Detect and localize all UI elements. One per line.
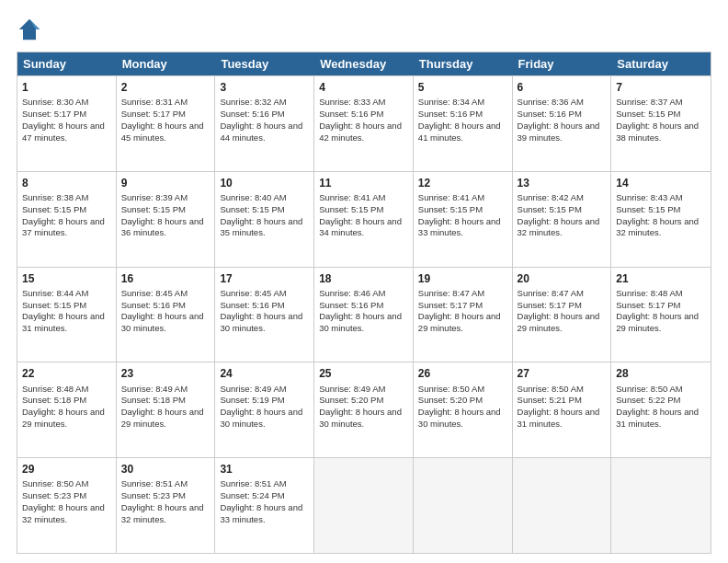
calendar-cell: 12Sunrise: 8:41 AMSunset: 5:15 PMDayligh… [414, 172, 513, 267]
daylight-text: Daylight: 8 hours and 41 minutes. [418, 121, 501, 143]
calendar-cell: 3Sunrise: 8:32 AMSunset: 5:16 PMDaylight… [215, 76, 314, 171]
daylight-text: Daylight: 8 hours and 32 minutes. [518, 216, 600, 238]
daylight-text: Daylight: 8 hours and 32 minutes. [121, 502, 204, 524]
calendar-cell: 19Sunrise: 8:47 AMSunset: 5:17 PMDayligh… [414, 268, 513, 362]
sunrise-text: Sunrise: 8:31 AM [121, 97, 188, 107]
sunset-text: Sunset: 5:21 PM [518, 395, 582, 405]
calendar-cell: 10Sunrise: 8:40 AMSunset: 5:15 PMDayligh… [215, 172, 314, 267]
day-number: 5 [418, 80, 507, 95]
daylight-text: Daylight: 8 hours and 44 minutes. [220, 121, 302, 143]
calendar-cell: 2Sunrise: 8:31 AMSunset: 5:17 PMDaylight… [117, 76, 216, 171]
logo-icon [17, 17, 42, 42]
calendar-cell: 17Sunrise: 8:45 AMSunset: 5:16 PMDayligh… [215, 268, 314, 362]
calendar-row: 8Sunrise: 8:38 AMSunset: 5:15 PMDaylight… [17, 171, 711, 267]
daylight-text: Daylight: 8 hours and 29 minutes. [22, 407, 105, 429]
calendar-cell [414, 458, 513, 553]
sunrise-text: Sunrise: 8:30 AM [22, 97, 88, 107]
daylight-text: Daylight: 8 hours and 29 minutes. [121, 407, 204, 429]
sunrise-text: Sunrise: 8:45 AM [220, 288, 286, 298]
calendar-cell: 23Sunrise: 8:49 AMSunset: 5:18 PMDayligh… [117, 362, 216, 457]
calendar-cell: 6Sunrise: 8:36 AMSunset: 5:16 PMDaylight… [513, 76, 612, 171]
calendar-header: SundayMondayTuesdayWednesdayThursdayFrid… [17, 52, 711, 75]
calendar-cell: 30Sunrise: 8:51 AMSunset: 5:23 PMDayligh… [117, 458, 216, 553]
calendar-body: 1Sunrise: 8:30 AMSunset: 5:17 PMDaylight… [17, 75, 711, 553]
sunrise-text: Sunrise: 8:50 AM [518, 384, 584, 394]
daylight-text: Daylight: 8 hours and 30 minutes. [220, 311, 302, 333]
day-number: 10 [220, 176, 309, 190]
calendar-cell: 24Sunrise: 8:49 AMSunset: 5:19 PMDayligh… [215, 362, 314, 457]
day-number: 6 [518, 80, 607, 95]
day-number: 25 [319, 366, 408, 381]
sunset-text: Sunset: 5:23 PM [22, 490, 86, 500]
daylight-text: Daylight: 8 hours and 30 minutes. [121, 311, 204, 333]
sunrise-text: Sunrise: 8:49 AM [220, 384, 286, 394]
sunrise-text: Sunrise: 8:32 AM [220, 97, 286, 107]
day-number: 4 [319, 80, 408, 95]
sunrise-text: Sunrise: 8:50 AM [418, 384, 484, 394]
sunset-text: Sunset: 5:15 PM [616, 109, 680, 119]
sunset-text: Sunset: 5:15 PM [518, 204, 582, 214]
daylight-text: Daylight: 8 hours and 30 minutes. [418, 407, 501, 429]
sunrise-text: Sunrise: 8:39 AM [121, 192, 188, 202]
day-number: 18 [319, 271, 408, 286]
calendar-cell: 1Sunrise: 8:30 AMSunset: 5:17 PMDaylight… [17, 76, 117, 171]
day-number: 16 [121, 271, 210, 286]
calendar-cell: 25Sunrise: 8:49 AMSunset: 5:20 PMDayligh… [314, 362, 414, 457]
sunset-text: Sunset: 5:16 PM [220, 300, 284, 310]
sunrise-text: Sunrise: 8:43 AM [616, 192, 682, 202]
daylight-text: Daylight: 8 hours and 29 minutes. [418, 311, 501, 333]
calendar-row: 22Sunrise: 8:48 AMSunset: 5:18 PMDayligh… [17, 362, 711, 457]
daylight-text: Daylight: 8 hours and 30 minutes. [319, 311, 402, 333]
day-number: 23 [121, 366, 210, 381]
daylight-text: Daylight: 8 hours and 39 minutes. [518, 121, 600, 143]
daylight-text: Daylight: 8 hours and 42 minutes. [319, 121, 402, 143]
calendar-cell: 15Sunrise: 8:44 AMSunset: 5:15 PMDayligh… [17, 268, 117, 362]
sunrise-text: Sunrise: 8:37 AM [616, 97, 682, 107]
day-number: 21 [616, 271, 706, 286]
calendar-cell: 18Sunrise: 8:46 AMSunset: 5:16 PMDayligh… [314, 268, 414, 362]
day-number: 22 [22, 366, 111, 381]
daylight-text: Daylight: 8 hours and 29 minutes. [518, 311, 600, 333]
daylight-text: Daylight: 8 hours and 47 minutes. [22, 121, 105, 143]
sunrise-text: Sunrise: 8:40 AM [220, 192, 286, 202]
calendar-cell: 9Sunrise: 8:39 AMSunset: 5:15 PMDaylight… [117, 172, 216, 267]
sunset-text: Sunset: 5:15 PM [616, 204, 680, 214]
daylight-text: Daylight: 8 hours and 45 minutes. [121, 121, 204, 143]
sunset-text: Sunset: 5:16 PM [518, 109, 582, 119]
sunrise-text: Sunrise: 8:51 AM [220, 478, 286, 488]
day-number: 20 [518, 271, 607, 286]
sunset-text: Sunset: 5:15 PM [319, 204, 383, 214]
calendar-cell: 5Sunrise: 8:34 AMSunset: 5:16 PMDaylight… [414, 76, 513, 171]
sunset-text: Sunset: 5:15 PM [22, 300, 86, 310]
day-number: 17 [220, 271, 309, 286]
calendar-cell: 26Sunrise: 8:50 AMSunset: 5:20 PMDayligh… [414, 362, 513, 457]
sunset-text: Sunset: 5:19 PM [220, 395, 284, 405]
day-number: 2 [121, 80, 210, 95]
calendar-cell [611, 458, 711, 553]
day-number: 3 [220, 80, 309, 95]
calendar-row: 15Sunrise: 8:44 AMSunset: 5:15 PMDayligh… [17, 267, 711, 362]
calendar-cell: 14Sunrise: 8:43 AMSunset: 5:15 PMDayligh… [611, 172, 711, 267]
day-number: 12 [418, 176, 507, 190]
daylight-text: Daylight: 8 hours and 31 minutes. [22, 311, 105, 333]
day-number: 31 [220, 462, 309, 477]
header [17, 17, 711, 42]
daylight-text: Daylight: 8 hours and 30 minutes. [220, 407, 302, 429]
sunset-text: Sunset: 5:15 PM [418, 204, 483, 214]
day-number: 8 [22, 176, 111, 190]
daylight-text: Daylight: 8 hours and 35 minutes. [220, 216, 302, 238]
day-header: Monday [117, 52, 216, 75]
day-number: 28 [616, 366, 706, 381]
sunrise-text: Sunrise: 8:41 AM [418, 192, 484, 202]
calendar-cell: 16Sunrise: 8:45 AMSunset: 5:16 PMDayligh… [117, 268, 216, 362]
day-number: 1 [22, 80, 111, 95]
day-number: 27 [518, 366, 607, 381]
sunrise-text: Sunrise: 8:47 AM [418, 288, 484, 298]
day-number: 14 [616, 176, 706, 190]
sunrise-text: Sunrise: 8:38 AM [22, 192, 88, 202]
sunrise-text: Sunrise: 8:49 AM [319, 384, 385, 394]
sunrise-text: Sunrise: 8:42 AM [518, 192, 584, 202]
sunset-text: Sunset: 5:16 PM [319, 109, 383, 119]
logo [17, 17, 46, 42]
page: SundayMondayTuesdayWednesdayThursdayFrid… [0, 0, 728, 563]
